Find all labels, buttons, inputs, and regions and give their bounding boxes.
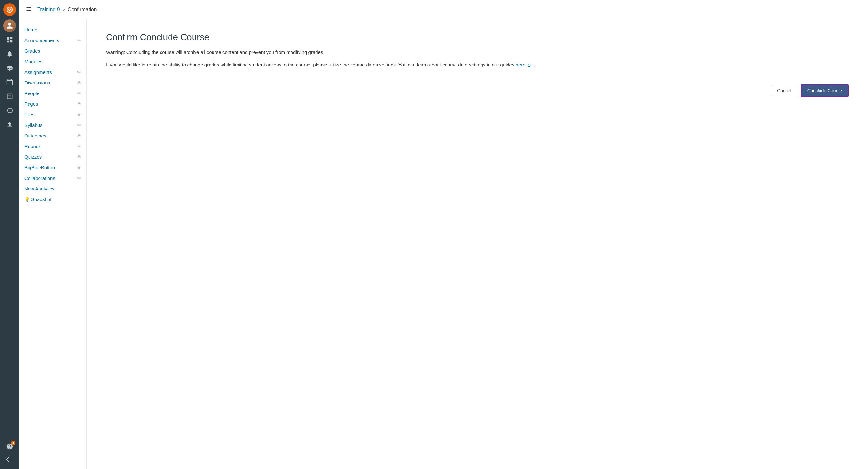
assignments-visibility-icon[interactable]: 👁 xyxy=(77,70,81,75)
notifications-nav-item[interactable] xyxy=(3,48,16,60)
avatar-image xyxy=(3,19,16,32)
collapse-nav-item[interactable] xyxy=(3,453,16,466)
nav-item-outcomes[interactable]: Outcomes 👁 xyxy=(19,130,86,141)
snapshot-icon: 💡 xyxy=(24,197,30,202)
outcomes-visibility-icon[interactable]: 👁 xyxy=(77,133,81,139)
snapshot-link[interactable]: 💡Snapshot xyxy=(24,197,81,202)
assignments-link[interactable]: Assignments xyxy=(24,69,77,75)
warning-message: Warning: Concluding the course will arch… xyxy=(106,49,849,56)
bigbluebutton-visibility-icon[interactable]: 👁 xyxy=(77,165,81,170)
main-content: Training 9 > Confirmation Home Announcem… xyxy=(19,0,868,469)
nav-item-grades[interactable]: Grades xyxy=(19,46,86,56)
nav-item-quizzes[interactable]: Quizzes 👁 xyxy=(19,152,86,162)
help-badge: 3 xyxy=(11,441,16,445)
people-link[interactable]: People xyxy=(24,91,77,96)
nav-item-discussions[interactable]: Discussions 👁 xyxy=(19,78,86,88)
pages-visibility-icon[interactable]: 👁 xyxy=(77,101,81,107)
import-nav-item[interactable] xyxy=(3,118,16,131)
content-divider xyxy=(106,76,849,77)
action-buttons: Cancel Conclude Course xyxy=(106,84,849,97)
nav-item-newanalytics[interactable]: New Analytics xyxy=(19,183,86,194)
announcements-visibility-icon[interactable]: 👁 xyxy=(77,38,81,43)
content-area: Confirm Conclude Course Warning: Conclud… xyxy=(87,19,868,469)
menu-toggle-button[interactable] xyxy=(26,6,32,13)
course-navigation: Home Announcements 👁 Grades Modules Assi… xyxy=(19,19,87,469)
user-avatar[interactable] xyxy=(3,19,16,32)
pages-link[interactable]: Pages xyxy=(24,101,77,107)
calendar-nav-item[interactable] xyxy=(3,76,16,89)
global-navigation: 3 xyxy=(0,0,19,469)
nav-item-rubrics[interactable]: Rubrics 👁 xyxy=(19,141,86,152)
history-nav-item[interactable] xyxy=(3,104,16,117)
nav-item-modules[interactable]: Modules xyxy=(19,56,86,67)
quizzes-link[interactable]: Quizzes xyxy=(24,154,77,160)
files-visibility-icon[interactable]: 👁 xyxy=(77,112,81,117)
files-link[interactable]: Files xyxy=(24,112,77,117)
inbox-nav-item[interactable] xyxy=(3,90,16,103)
discussions-link[interactable]: Discussions xyxy=(24,80,77,85)
home-link[interactable]: Home xyxy=(24,27,81,32)
announcements-link[interactable]: Announcements xyxy=(24,37,77,43)
svg-line-1 xyxy=(529,64,531,65)
breadcrumb-separator: > xyxy=(63,7,65,12)
rubrics-visibility-icon[interactable]: 👁 xyxy=(77,144,81,149)
info-message: If you would like to retain the ability … xyxy=(106,61,849,69)
modules-link[interactable]: Modules xyxy=(24,59,81,64)
nav-item-bigbluebutton[interactable]: BigBlueButton 👁 xyxy=(19,162,86,173)
nav-item-announcements[interactable]: Announcements 👁 xyxy=(19,35,86,46)
nav-item-pages[interactable]: Pages 👁 xyxy=(19,98,86,109)
outcomes-link[interactable]: Outcomes xyxy=(24,133,77,139)
nav-item-home[interactable]: Home xyxy=(19,24,86,35)
page-header: Training 9 > Confirmation xyxy=(19,0,868,19)
breadcrumb: Training 9 > Confirmation xyxy=(37,7,97,12)
newanalytics-link[interactable]: New Analytics xyxy=(24,186,81,192)
syllabus-visibility-icon[interactable]: 👁 xyxy=(77,123,81,128)
breadcrumb-current: Confirmation xyxy=(68,7,97,12)
breadcrumb-course-link[interactable]: Training 9 xyxy=(37,7,60,12)
nav-item-collaborations[interactable]: Collaborations 👁 xyxy=(19,173,86,183)
collaborations-visibility-icon[interactable]: 👁 xyxy=(77,176,81,181)
cancel-button[interactable]: Cancel xyxy=(771,85,797,96)
conclude-course-button[interactable]: Conclude Course xyxy=(801,84,849,97)
nav-item-syllabus[interactable]: Syllabus 👁 xyxy=(19,120,86,130)
nav-item-snapshot[interactable]: 💡Snapshot xyxy=(19,194,86,205)
grades-link[interactable]: Grades xyxy=(24,48,81,54)
nav-item-assignments[interactable]: Assignments 👁 xyxy=(19,67,86,78)
bigbluebutton-link[interactable]: BigBlueButton xyxy=(24,165,77,170)
help-nav-item[interactable]: 3 xyxy=(3,440,16,453)
syllabus-link[interactable]: Syllabus xyxy=(24,122,77,128)
collaborations-link[interactable]: Collaborations xyxy=(24,175,77,181)
quizzes-visibility-icon[interactable]: 👁 xyxy=(77,154,81,160)
rubrics-link[interactable]: Rubrics xyxy=(24,144,77,149)
courses-nav-item[interactable] xyxy=(3,62,16,75)
nav-item-people[interactable]: People 👁 xyxy=(19,88,86,98)
canvas-logo[interactable] xyxy=(3,3,16,16)
nav-item-files[interactable]: Files 👁 xyxy=(19,109,86,120)
people-visibility-icon[interactable]: 👁 xyxy=(77,91,81,96)
here-link[interactable]: here xyxy=(516,62,526,67)
global-nav-bottom: 3 xyxy=(3,440,16,466)
page-title: Confirm Conclude Course xyxy=(106,32,849,42)
external-link-icon xyxy=(527,63,531,67)
discussions-visibility-icon[interactable]: 👁 xyxy=(77,80,81,85)
dashboard-nav-item[interactable] xyxy=(3,33,16,46)
